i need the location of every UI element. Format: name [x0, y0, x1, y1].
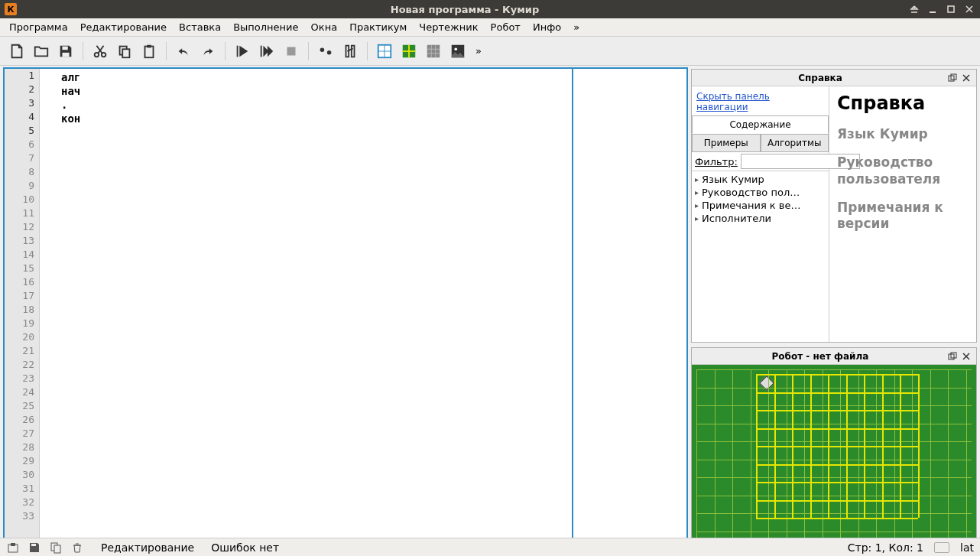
- svg-rect-8: [145, 46, 154, 57]
- new-file-icon[interactable]: [6, 41, 28, 62]
- line-number: 2: [5, 83, 39, 96]
- status-mode: Редактирование: [101, 541, 194, 554]
- line-number: 12: [5, 220, 39, 234]
- line-number: 29: [5, 454, 39, 468]
- line-number: 3: [5, 96, 39, 110]
- code-line[interactable]: .: [61, 98, 683, 112]
- svg-point-13: [320, 47, 325, 51]
- toolbar-overflow-icon[interactable]: »: [472, 41, 485, 62]
- menu-drawer[interactable]: Чертежник: [413, 18, 484, 36]
- code-area[interactable]: алгнач.кон: [58, 69, 686, 551]
- panel-close-icon[interactable]: [959, 350, 973, 363]
- stop-icon[interactable]: [281, 41, 302, 62]
- svg-point-27: [454, 47, 457, 50]
- toggle2-icon[interactable]: [339, 41, 361, 62]
- menu-insert[interactable]: Вставка: [173, 18, 227, 36]
- help-content: Справка Язык Кумир Руководство пользоват…: [829, 86, 976, 342]
- hide-navigation-link[interactable]: Скрыть панель навигации: [692, 86, 829, 115]
- line-number: 26: [5, 413, 39, 427]
- line-number: 22: [5, 358, 39, 372]
- line-number: 24: [5, 385, 39, 399]
- save-file-icon[interactable]: [55, 41, 76, 62]
- help-section-link[interactable]: Примечания к версии: [837, 200, 969, 232]
- tab-contents[interactable]: Содержание: [692, 115, 829, 134]
- main-area: 1234567891011121314151617181920212223242…: [0, 66, 980, 556]
- svg-rect-0: [930, 11, 936, 13]
- code-line[interactable]: нач: [61, 84, 683, 98]
- copy-icon[interactable]: [114, 41, 135, 62]
- undo-icon[interactable]: [173, 41, 194, 62]
- robot-marker: [759, 376, 774, 391]
- status-save-all-icon[interactable]: [6, 541, 20, 554]
- open-file-icon[interactable]: [31, 41, 52, 62]
- tree-item[interactable]: Руководство пол…: [693, 186, 827, 199]
- svg-rect-9: [147, 44, 151, 47]
- code-line[interactable]: кон: [61, 112, 683, 125]
- grid-green-icon[interactable]: [398, 41, 420, 62]
- menu-info[interactable]: Инфо: [527, 18, 567, 36]
- line-number: 31: [5, 482, 39, 496]
- tree-item[interactable]: Язык Кумир: [693, 173, 827, 186]
- help-navigation: Скрыть панель навигации Содержание Приме…: [692, 86, 829, 342]
- panel-detach-icon[interactable]: [946, 350, 959, 363]
- status-trash-icon[interactable]: [70, 541, 84, 554]
- help-panel-header: Справка: [692, 70, 976, 86]
- line-number: 30: [5, 468, 39, 482]
- status-copy-icon[interactable]: [49, 541, 63, 554]
- help-section-link[interactable]: Язык Кумир: [837, 126, 969, 142]
- menu-program[interactable]: Программа: [3, 18, 74, 36]
- grid-gray-icon[interactable]: [423, 41, 444, 62]
- panel-close-icon[interactable]: [959, 71, 973, 85]
- tab-examples[interactable]: Примеры: [692, 134, 761, 152]
- editor-margin: [40, 69, 58, 551]
- help-panel: Справка Скрыть панель навигации Содержан…: [691, 69, 977, 343]
- side-panels: Справка Скрыть панель навигации Содержан…: [691, 66, 980, 556]
- editor-split-line[interactable]: [572, 69, 573, 551]
- toolbar: »: [0, 37, 980, 66]
- menu-execute[interactable]: Выполнение: [227, 18, 304, 36]
- code-line[interactable]: [61, 125, 683, 139]
- grid-image-icon[interactable]: [447, 41, 469, 62]
- line-number: 4: [5, 110, 39, 124]
- tree-item[interactable]: Примечания к ве…: [693, 199, 827, 212]
- toolbar-separator: [166, 42, 167, 60]
- rollup-icon[interactable]: [908, 3, 920, 15]
- run-icon[interactable]: [232, 41, 253, 62]
- menu-practice[interactable]: Практикум: [343, 18, 413, 36]
- keyboard-indicator-icon[interactable]: [934, 542, 949, 553]
- line-number: 16: [5, 275, 39, 289]
- line-number: 28: [5, 441, 39, 454]
- menu-windows[interactable]: Окна: [305, 18, 344, 36]
- line-number: 17: [5, 289, 39, 303]
- minimize-icon[interactable]: [926, 3, 939, 15]
- line-number: 15: [5, 262, 39, 275]
- status-keyboard-layout: lat: [960, 541, 974, 554]
- svg-rect-21: [427, 44, 440, 57]
- maximize-icon[interactable]: [945, 3, 957, 15]
- line-number: 23: [5, 372, 39, 385]
- code-editor[interactable]: 1234567891011121314151617181920212223242…: [3, 67, 688, 553]
- title-bar: К Новая программа - Кумир: [0, 0, 980, 18]
- menu-bar: Программа Редактирование Вставка Выполне…: [0, 18, 980, 37]
- status-save-icon[interactable]: [28, 541, 41, 554]
- tab-algorithms[interactable]: Алгоритмы: [761, 134, 829, 152]
- menu-overflow[interactable]: »: [567, 18, 586, 36]
- redo-icon[interactable]: [197, 41, 219, 62]
- toggle1-icon[interactable]: [315, 41, 336, 62]
- svg-rect-11: [261, 45, 262, 57]
- help-section-link[interactable]: Руководство пользователя: [837, 154, 969, 187]
- menu-edit[interactable]: Редактирование: [74, 18, 173, 36]
- close-icon[interactable]: [963, 3, 975, 15]
- paste-icon[interactable]: [138, 41, 160, 62]
- grid-blue-icon[interactable]: [374, 41, 395, 62]
- panel-detach-icon[interactable]: [946, 71, 959, 85]
- robot-field[interactable]: [692, 365, 976, 552]
- cut-icon[interactable]: [89, 41, 111, 62]
- code-line[interactable]: алг: [61, 70, 683, 84]
- tree-item[interactable]: Исполнители: [693, 212, 827, 225]
- run-step-icon[interactable]: [256, 41, 277, 62]
- line-number: 25: [5, 399, 39, 413]
- menu-robot[interactable]: Робот: [485, 18, 527, 36]
- svg-rect-7: [122, 49, 129, 57]
- line-number-gutter: 1234567891011121314151617181920212223242…: [5, 69, 40, 551]
